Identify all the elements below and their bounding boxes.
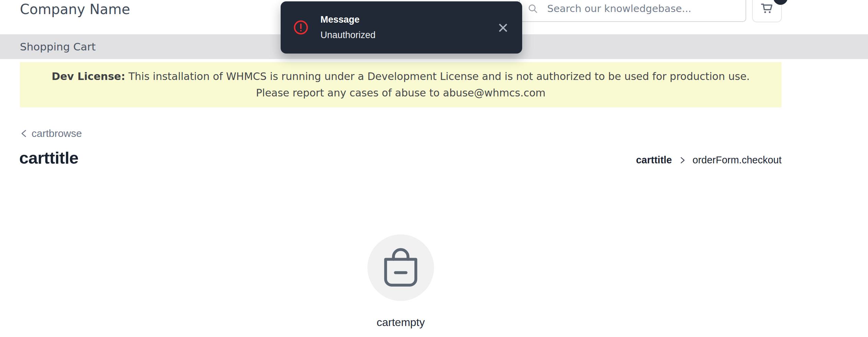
- cart-page-title: carttitle: [19, 148, 79, 167]
- toast-text: Message Unauthorized: [320, 14, 376, 41]
- toast-message: Unauthorized: [320, 30, 376, 41]
- dev-license-banner: Dev License: This installation of WHMCS …: [20, 62, 782, 107]
- breadcrumb-step-checkout: orderForm.checkout: [693, 154, 782, 166]
- back-link-label: cartbrowse: [32, 128, 82, 139]
- search-input[interactable]: [547, 3, 738, 14]
- dev-license-label: Dev License:: [52, 70, 125, 82]
- toast-close-button[interactable]: ×: [496, 21, 510, 34]
- search-icon: [527, 3, 538, 14]
- company-name-link[interactable]: Company Name: [20, 1, 130, 17]
- empty-cart-label: cartempty: [367, 316, 434, 329]
- chevron-left-icon: [20, 128, 28, 139]
- error-alert-icon: [293, 20, 309, 35]
- empty-cart-state: cartempty: [367, 234, 434, 329]
- shopping-cart-icon: [759, 1, 775, 16]
- cart-count-badge: [773, 0, 788, 5]
- search-box: [519, 0, 746, 22]
- back-link-cartbrowse[interactable]: cartbrowse: [20, 128, 82, 139]
- dev-license-line1: Dev License: This installation of WHMCS …: [20, 68, 782, 85]
- chevron-right-icon: [679, 156, 686, 165]
- page-bar-title: Shopping Cart: [20, 40, 96, 53]
- shopping-bag-icon: [383, 248, 419, 287]
- empty-cart-illustration: [367, 234, 434, 301]
- shopping-cart-page: Company Name Message Unauthorized × Shop…: [0, 0, 868, 337]
- toast-notification: Message Unauthorized ×: [281, 1, 522, 54]
- toast-title: Message: [320, 14, 376, 25]
- breadcrumb: carttitle orderForm.checkout: [636, 154, 782, 166]
- breadcrumb-step-carttitle[interactable]: carttitle: [636, 154, 672, 166]
- cart-button[interactable]: [752, 0, 782, 22]
- dev-license-line2: Please report any cases of abuse to abus…: [20, 85, 782, 101]
